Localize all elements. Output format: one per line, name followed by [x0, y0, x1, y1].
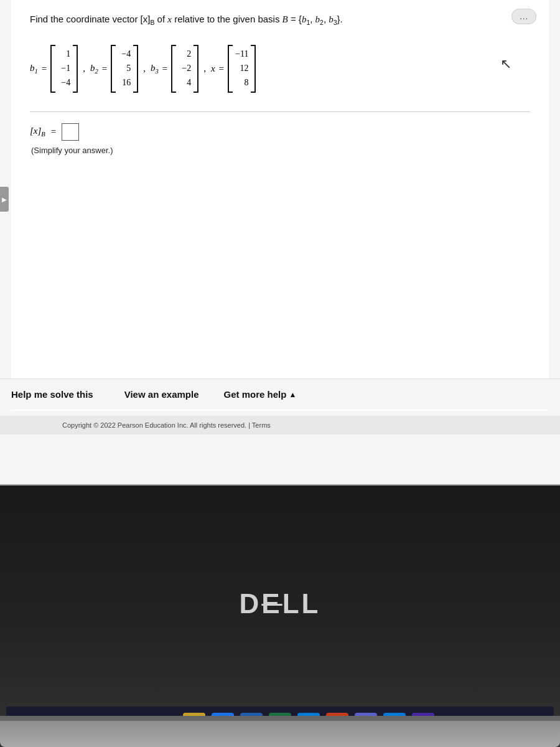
x-label: x — [211, 63, 215, 74]
answer-equals: = — [51, 126, 56, 137]
b2-val-2: 5 — [118, 62, 131, 75]
b2-matrix: −4 5 16 — [111, 45, 138, 93]
content-area: ... ↖ Find the coordinate vector [x]B of… — [11, 0, 549, 411]
screen-area: ▶ ... ↖ Find the coordinate vector [x]B … — [0, 0, 560, 486]
b3-label: b3 — [151, 63, 159, 75]
b1-val-3: −4 — [58, 76, 70, 90]
more-options-button[interactable]: ... — [511, 9, 536, 24]
answer-area: [x]B = — [30, 123, 530, 141]
x-equals: = — [219, 63, 224, 74]
x-subscript-B: B — [150, 19, 154, 26]
b1-val-1: 1 — [58, 47, 70, 61]
laptop-base — [0, 716, 560, 747]
b3-group: b3 = 2 −2 4 — [151, 45, 198, 93]
answer-input-box[interactable] — [62, 123, 79, 141]
b1-equals: = — [42, 63, 47, 74]
laptop-hinge — [0, 716, 560, 721]
simplify-note: (Simplify your answer.) — [31, 146, 530, 155]
b1-val-2: −1 — [58, 62, 70, 75]
view-example-link[interactable]: View an example — [106, 389, 218, 400]
comma-3: , — [203, 63, 206, 74]
b2-val-3: 16 — [118, 76, 131, 90]
b3-val-1: 2 — [179, 47, 191, 61]
arrow-up-icon: ▲ — [289, 390, 296, 399]
b3-val-3: 4 — [179, 76, 191, 90]
problem-statement: Find the coordinate vector [x]B of x rel… — [30, 12, 530, 27]
b2-label: b2 — [90, 63, 98, 75]
b1-group: b1 = 1 −1 −4 — [30, 45, 78, 93]
sidebar-arrow[interactable]: ▶ — [0, 187, 9, 212]
answer-label: [x]B — [30, 126, 45, 138]
b3-matrix: 2 −2 4 — [171, 45, 198, 93]
get-more-help-link[interactable]: Get more help ▲ — [218, 389, 303, 400]
action-bar: Help me solve this View an example Get m… — [0, 378, 560, 410]
b1-label: b1 — [30, 63, 38, 75]
comma-1: , — [83, 63, 85, 74]
b2-group: b2 = −4 5 16 — [90, 45, 138, 93]
b3-equals: = — [162, 63, 167, 74]
laptop-body: DELL — [0, 486, 560, 747]
b3-val-2: −2 — [179, 62, 191, 75]
x-val-1: −11 — [235, 47, 248, 61]
dell-logo-area: DELL — [240, 588, 321, 619]
matrices-row: b1 = 1 −1 −4 , b2 = — [30, 45, 530, 93]
dell-logo-text: DELL — [240, 588, 321, 619]
cursor-icon: ↖ — [500, 56, 511, 72]
comma-2: , — [143, 63, 146, 74]
x-group: x = −11 12 8 — [211, 45, 256, 93]
x-val-2: 12 — [236, 62, 248, 75]
divider — [30, 111, 530, 112]
copyright-bar: Copyright © 2022 Pearson Education Inc. … — [0, 416, 560, 435]
b2-val-1: −4 — [118, 47, 131, 61]
help-me-solve-link[interactable]: Help me solve this — [11, 389, 106, 400]
b2-equals: = — [102, 63, 107, 74]
x-matrix: −11 12 8 — [228, 45, 256, 93]
x-val-3: 8 — [236, 76, 248, 90]
b1-matrix: 1 −1 −4 — [50, 45, 78, 93]
